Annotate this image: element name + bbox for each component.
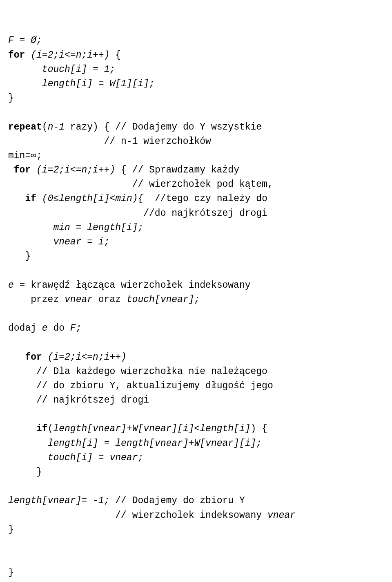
code-text: // wierzcholek indeksowany [8, 510, 267, 521]
code-text [8, 438, 48, 449]
code-text: // Dla każdego wierzchołka nie należąceg… [8, 366, 267, 377]
code-text [8, 237, 53, 247]
code-text: = krawędź łącząca wierzchołek indeksowan… [20, 280, 251, 291]
code-text [8, 193, 25, 204]
code-ital: length[vnear]= -1; [8, 495, 109, 506]
keyword: for [8, 50, 25, 60]
code-text: do [48, 323, 70, 334]
code-text [8, 165, 14, 175]
code-ital: length[vnear]+W[vnear][i]<length[i] [53, 423, 250, 434]
code-line [8, 307, 392, 321]
code-text [8, 64, 42, 75]
code-line: length[i] = length[vnear]+W[vnear][i]; [8, 437, 392, 451]
code-ital: length[i] = W[1][i]; [42, 78, 155, 89]
code-line: // Dla każdego wierzchołka nie należąceg… [8, 365, 392, 379]
code-line: //do najkrótszej drogi [8, 206, 392, 221]
code-text [8, 78, 42, 89]
code-line: } [8, 91, 392, 105]
code-line [8, 537, 392, 551]
code-ital: length[i] = length[vnear]+W[vnear][i]; [48, 438, 262, 449]
code-line: dodaj e do F; [8, 321, 392, 336]
code-line: // wierzchołek pod kątem, [8, 177, 392, 192]
code-ital: vnear = i; [53, 237, 109, 247]
code-line: // n-1 wierzchołków [8, 134, 392, 149]
code-text: { [109, 50, 121, 60]
code-line: for (i=2;i<=n;i++) { // Sprawdzamy każdy [8, 163, 392, 177]
code-text [8, 423, 36, 434]
code-text [8, 352, 25, 363]
code-ital: n-1 [48, 122, 65, 132]
code-line [8, 105, 392, 120]
code-line: if (0≤length[i]<min){ //tego czy należy … [8, 192, 392, 206]
code-line: } [8, 465, 392, 479]
code-line: // do zbioru Y, aktualizujemy długość je… [8, 379, 392, 393]
keyword: repeat [8, 122, 42, 132]
code-line: min = length[i]; [8, 221, 392, 235]
code-text: //do najkrótszej drogi [8, 208, 267, 219]
keyword: for [25, 352, 42, 363]
code-text: // najkrótszej drogi [8, 395, 149, 405]
code-text: ( [48, 423, 53, 434]
code-line: } [8, 523, 392, 537]
code-ital: F; [70, 323, 82, 334]
code-line: length[i] = W[1][i]; [8, 77, 392, 91]
code-line: } [8, 566, 392, 580]
code-line: for (i=2;i<=n;i++) [8, 350, 392, 365]
code-text: min=∞; [8, 150, 42, 161]
code-text: ) { [251, 423, 267, 434]
code-text: przez [8, 294, 65, 305]
code-line: // najkrótszej drogi [8, 393, 392, 407]
code-ital: F = Ø; [8, 35, 42, 46]
code-line: touch[i] = 1; [8, 63, 392, 77]
code-line: min=∞; [8, 149, 392, 163]
code-ital: (i=2;i<=n;i++) [36, 165, 115, 175]
code-line: // wierzcholek indeksowany vnear [8, 508, 392, 523]
code-text [31, 165, 36, 175]
code-text: } [8, 251, 31, 262]
code-ital: touch[vnear]; [127, 294, 200, 305]
keyword: if [36, 423, 48, 434]
code-line: } [8, 249, 392, 264]
code-ital: touch[i] = 1; [42, 64, 115, 75]
code-line: F = Ø; [8, 34, 392, 48]
code-line [8, 551, 392, 566]
code-ital: (i=2;i<=n;i++) [48, 352, 127, 363]
code-line: e = krawędź łącząca wierzchołek indeksow… [8, 278, 392, 293]
code-line: for (i=2;i<=n;i++) { [8, 48, 392, 63]
code-ital: (0≤length[i]<min){ [42, 193, 143, 204]
code-text: razy) { // Dodajemy do Y wszystkie [65, 122, 262, 132]
code-text [36, 193, 42, 204]
code-ital: touch[i] = vnear; [48, 452, 144, 463]
code-line: touch[i] = vnear; [8, 451, 392, 465]
keyword: if [25, 193, 36, 204]
code-text: oraz [93, 294, 127, 305]
code-line: length[vnear]= -1; // Dodajemy do zbioru… [8, 494, 392, 508]
code-text: // Dodajemy do zbioru Y [109, 495, 245, 506]
code-ital: vnear [267, 510, 296, 521]
code-text [42, 352, 48, 363]
code-line: repeat(n-1 razy) { // Dodajemy do Y wszy… [8, 120, 392, 134]
code-text: } [8, 467, 42, 477]
code-text: // n-1 wierzchołków [8, 136, 211, 147]
code-block: F = Ø;for (i=2;i<=n;i++) { touch[i] = 1;… [8, 34, 392, 580]
code-ital: e [8, 280, 20, 291]
code-text: } [8, 567, 14, 578]
code-text [8, 222, 53, 233]
code-line [8, 336, 392, 350]
code-ital: vnear [65, 294, 93, 305]
keyword: for [14, 165, 31, 175]
code-text: ( [42, 122, 48, 132]
code-text: { // Sprawdzamy każdy [115, 165, 239, 175]
code-text [25, 50, 31, 60]
code-text: } [8, 93, 14, 103]
code-line: vnear = i; [8, 235, 392, 249]
code-line: if(length[vnear]+W[vnear][i]<length[i]) … [8, 422, 392, 436]
code-text: // wierzchołek pod kątem, [8, 179, 273, 190]
code-text: } [8, 524, 14, 535]
code-text: //tego czy należy do [143, 193, 267, 204]
code-text: dodaj [8, 323, 42, 334]
code-line: przez vnear oraz touch[vnear]; [8, 293, 392, 307]
code-line [8, 407, 392, 422]
code-ital: e [42, 323, 48, 334]
code-ital: min = length[i]; [53, 222, 143, 233]
